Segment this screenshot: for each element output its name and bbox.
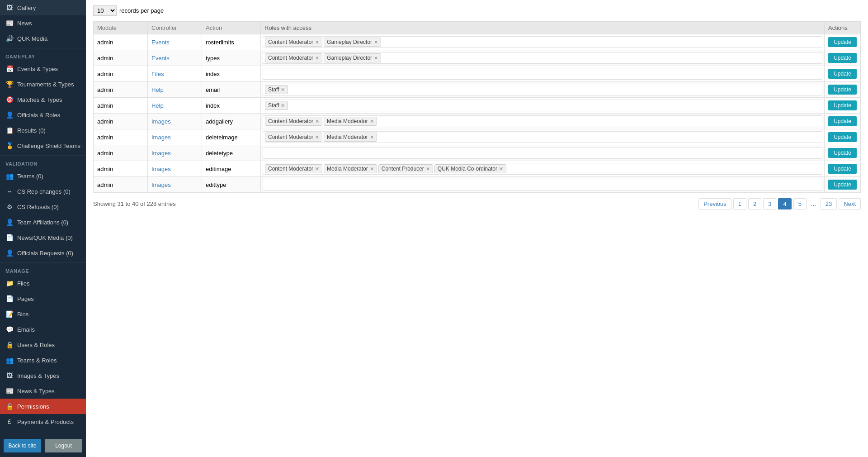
update-button[interactable]: Update bbox=[828, 148, 857, 158]
sidebar-item-emails[interactable]: 💬 Emails bbox=[0, 322, 86, 337]
role-tag-remove[interactable]: ✕ bbox=[281, 103, 285, 109]
table-row: adminHelpindexStaff ✕Update bbox=[94, 98, 861, 114]
tournaments-icon: 🏆 bbox=[5, 81, 14, 88]
sidebar-label-users-roles: Users & Roles bbox=[17, 342, 55, 348]
cell-action: edittype bbox=[202, 177, 261, 193]
page-2-button[interactable]: 2 bbox=[748, 198, 761, 209]
page-23-button[interactable]: 23 bbox=[821, 198, 837, 209]
sidebar-item-events-types[interactable]: 📅 Events & Types bbox=[0, 61, 86, 76]
controller-filter-input[interactable] bbox=[151, 24, 198, 31]
sidebar-item-files[interactable]: 📁 Files bbox=[0, 276, 86, 291]
role-tag-remove[interactable]: ✕ bbox=[315, 39, 319, 45]
page-1-button[interactable]: 1 bbox=[733, 198, 746, 209]
cell-action: addgallery bbox=[202, 114, 261, 129]
update-button[interactable]: Update bbox=[828, 37, 857, 47]
sidebar-label-challenge-shield: Challenge Shield Teams bbox=[17, 143, 80, 149]
sidebar-item-bios[interactable]: 📝 Bios bbox=[0, 306, 86, 322]
sidebar-item-quk-media[interactable]: 🔊 QUK Media bbox=[0, 31, 86, 46]
sidebar-item-payments-products[interactable]: £ Payments & Products bbox=[0, 414, 86, 429]
sidebar-item-team-affiliations[interactable]: 👤 Team Affiliations (0) bbox=[0, 214, 86, 230]
team-affiliations-icon: 👤 bbox=[5, 219, 14, 226]
role-tag-remove[interactable]: ✕ bbox=[370, 166, 374, 172]
pagination-controls: Previous 1 2 3 4 5 ... 23 Next bbox=[698, 198, 861, 209]
page-5-button[interactable]: 5 bbox=[793, 198, 807, 209]
cell-roles: Content Moderator ✕Media Moderator ✕ bbox=[261, 114, 825, 129]
sidebar-item-news-quk-media[interactable]: 📄 News/QUK Media (0) bbox=[0, 230, 86, 245]
page-3-button[interactable]: 3 bbox=[763, 198, 776, 209]
role-tag: Staff ✕ bbox=[265, 101, 288, 110]
sidebar-item-images-types[interactable]: 🖼 Images & Types bbox=[0, 368, 86, 383]
quk-media-icon: 🔊 bbox=[5, 35, 14, 42]
sidebar-label-pages: Pages bbox=[17, 295, 34, 302]
sidebar-item-teams-validation[interactable]: 👥 Teams (0) bbox=[0, 168, 86, 184]
sidebar-item-users-roles[interactable]: 🔒 Users & Roles bbox=[0, 337, 86, 352]
permissions-table: Roles with access Actions adminEventsros… bbox=[93, 21, 861, 193]
cell-roles: Staff ✕ bbox=[261, 82, 825, 98]
sidebar-item-officials-roles[interactable]: 👤 Officials & Roles bbox=[0, 107, 86, 123]
update-button[interactable]: Update bbox=[828, 100, 857, 110]
role-tag-remove[interactable]: ✕ bbox=[315, 119, 319, 124]
role-tag: Gameplay Director ✕ bbox=[324, 38, 381, 47]
cell-actions: Update bbox=[825, 114, 861, 129]
logout-button[interactable]: Logout bbox=[45, 439, 82, 452]
sidebar-item-cs-refusals[interactable]: ⚙ CS Refusals (0) bbox=[0, 199, 86, 214]
sidebar-item-officials-requests[interactable]: 👤 Officials Requests (0) bbox=[0, 245, 86, 261]
pagination-row: Showing 31 to 40 of 228 entries Previous… bbox=[93, 198, 861, 209]
sidebar-item-matches-types[interactable]: 🎯 Matches & Types bbox=[0, 92, 86, 107]
cell-action: types bbox=[202, 50, 261, 66]
sidebar-item-permissions[interactable]: 🔒 Permissions bbox=[0, 399, 86, 414]
sidebar-item-news-types[interactable]: 📰 News & Types bbox=[0, 383, 86, 399]
sidebar-label-cs-rep-changes: CS Rep changes (0) bbox=[17, 188, 71, 195]
update-button[interactable]: Update bbox=[828, 69, 857, 79]
prev-page-button[interactable]: Previous bbox=[698, 198, 731, 209]
page-4-button[interactable]: 4 bbox=[778, 198, 791, 209]
sidebar-item-challenge-shield[interactable]: 🏅 Challenge Shield Teams bbox=[0, 138, 86, 153]
officials-icon: 👤 bbox=[5, 111, 14, 119]
cell-roles: Content Moderator ✕Gameplay Director ✕ bbox=[261, 50, 825, 66]
update-button[interactable]: Update bbox=[828, 53, 857, 63]
update-button[interactable]: Update bbox=[828, 164, 857, 174]
role-tag-remove[interactable]: ✕ bbox=[499, 166, 503, 172]
sidebar-item-results[interactable]: 📋 Results (0) bbox=[0, 123, 86, 138]
role-tag-remove[interactable]: ✕ bbox=[315, 55, 319, 61]
role-tag-remove[interactable]: ✕ bbox=[370, 119, 374, 124]
update-button[interactable]: Update bbox=[828, 132, 857, 142]
role-tag: Media Moderator ✕ bbox=[324, 133, 377, 142]
update-button[interactable]: Update bbox=[828, 116, 857, 126]
cell-module: admin bbox=[94, 145, 148, 161]
cell-roles bbox=[261, 145, 825, 161]
sidebar-item-tournaments-types[interactable]: 🏆 Tournaments & Types bbox=[0, 76, 86, 92]
sidebar-item-gallery[interactable]: 🖼 Gallery bbox=[0, 0, 86, 15]
sidebar-label-teams-validation: Teams (0) bbox=[17, 173, 43, 180]
sidebar-item-teams-roles[interactable]: 👥 Teams & Roles bbox=[0, 352, 86, 368]
role-tag: Gameplay Director ✕ bbox=[324, 53, 381, 62]
update-button[interactable]: Update bbox=[828, 85, 857, 95]
cell-roles bbox=[261, 66, 825, 82]
cell-actions: Update bbox=[825, 177, 861, 193]
back-to-site-button[interactable]: Back to site bbox=[4, 439, 41, 452]
roles-input-empty[interactable] bbox=[263, 68, 822, 80]
sidebar-item-news-top[interactable]: 📰 News bbox=[0, 15, 86, 31]
update-button[interactable]: Update bbox=[828, 180, 857, 190]
roles-input-empty[interactable] bbox=[263, 179, 822, 190]
action-filter-input[interactable] bbox=[206, 24, 257, 31]
role-tag-remove[interactable]: ✕ bbox=[374, 55, 378, 61]
next-page-button[interactable]: Next bbox=[839, 198, 861, 209]
cell-module: admin bbox=[94, 82, 148, 98]
sidebar-label-cs-refusals: CS Refusals (0) bbox=[17, 204, 59, 210]
role-tag-remove[interactable]: ✕ bbox=[374, 39, 378, 45]
module-filter-input[interactable] bbox=[97, 24, 144, 31]
sidebar-item-pages[interactable]: 📄 Pages bbox=[0, 291, 86, 306]
table-row: adminImagesaddgalleryContent Moderator ✕… bbox=[94, 114, 861, 129]
role-tag-remove[interactable]: ✕ bbox=[315, 166, 319, 172]
records-per-page-select[interactable]: 10 25 50 100 bbox=[93, 5, 117, 16]
roles-input-empty[interactable] bbox=[263, 147, 822, 159]
sidebar-label-team-affiliations: Team Affiliations (0) bbox=[17, 219, 68, 226]
role-tag-remove[interactable]: ✕ bbox=[281, 87, 285, 93]
section-manage: MANAGE bbox=[0, 265, 86, 276]
sidebar-item-cs-rep-changes[interactable]: ↔ CS Rep changes (0) bbox=[0, 184, 86, 199]
col-header-module bbox=[94, 22, 148, 34]
role-tag-remove[interactable]: ✕ bbox=[315, 134, 319, 140]
role-tag-remove[interactable]: ✕ bbox=[370, 134, 374, 140]
role-tag-remove[interactable]: ✕ bbox=[426, 166, 430, 172]
